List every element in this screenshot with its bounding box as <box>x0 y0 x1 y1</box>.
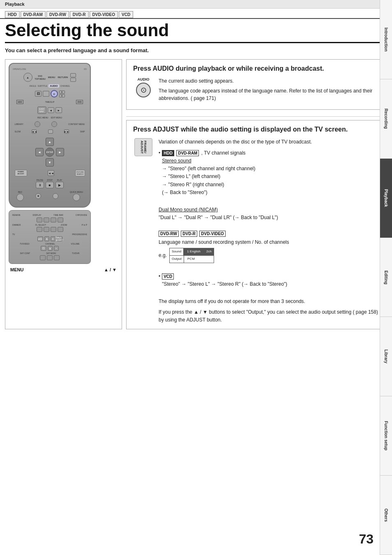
tab-vcd[interactable]: VCD <box>119 11 133 18</box>
audio-button-icon: ⊙ <box>136 83 151 97</box>
adjust-section: Press ADJUST while the audio setting is … <box>126 120 387 329</box>
tab-dvd-rw[interactable]: DVD-RW <box>46 11 69 18</box>
bullet-dot: • <box>159 149 160 157</box>
main-content: OPEN/CLOSE I/O ▲ DVD TOP MENU MENU RETUR… <box>5 59 387 329</box>
remote-section: OPEN/CLOSE I/O ▲ DVD TOP MENU MENU RETUR… <box>5 59 122 329</box>
adjust-title: Press ADJUST while the audio setting is … <box>133 125 380 134</box>
dpad-left[interactable]: ◄ <box>35 148 44 156</box>
tab-dvd-video[interactable]: DVD-VIDEO <box>90 11 118 18</box>
tag-dvd-video: DVD-VIDEO <box>199 231 226 237</box>
adjust-icon-box: FRAME/ADJUST <box>133 138 154 156</box>
remote-control: OPEN/CLOSE I/O ▲ DVD TOP MENU MENU RETUR… <box>9 63 91 208</box>
page-title: Selecting the sound <box>5 21 387 40</box>
nav-label: ▲ / ▼ <box>104 267 117 272</box>
audio-instruction-content: AUDIO ⊙ The current audio setting appear… <box>133 77 380 104</box>
audio-instruction-text: The current audio setting appears. The l… <box>159 77 380 104</box>
audio-icon-symbol: ⊙ <box>141 86 147 95</box>
tag-vcd: VCD <box>162 273 174 280</box>
tag-dvd-ram: DVD-RAM <box>176 150 199 156</box>
sound-label: Sound <box>170 248 184 255</box>
top-bar-label: Playback <box>5 2 25 7</box>
vcd-content: VCD "Stereo" → "Stereo L" → "Stereo R" (… <box>162 273 287 288</box>
ch2-label: 2ch <box>204 248 214 255</box>
dpad[interactable]: ▲ ▼ ◄ ► ENTER <box>35 138 64 166</box>
dual-mono-text: "Dual L" → "Dual R" → "Dual LR" (→ Back … <box>159 214 380 222</box>
english-label: 1 English <box>184 248 204 255</box>
arrow4: (→ Back to "Stereo") <box>162 190 208 195</box>
adjust-icon: FRAME/ADJUST <box>134 138 152 156</box>
sound-display: Sound 1 English 2ch Output PCM <box>169 248 214 263</box>
page-number: 73 <box>359 532 374 547</box>
tag-dvd-r: DVD-R <box>181 231 197 237</box>
sidebar-tab-library[interactable]: Library <box>380 317 392 396</box>
audio-para1: The current audio setting appears. <box>159 77 380 85</box>
right-section: Press AUDIO during playback or while rec… <box>126 59 387 329</box>
audio-instruction-title: Press AUDIO during playback or while rec… <box>133 65 380 73</box>
subtitle: You can select a preferred language and … <box>0 43 392 56</box>
sound-display-top: Sound 1 English 2ch <box>170 248 214 256</box>
hdd-dvdram-bullet: • HDD DVD-RAM , TV channel signals Stere… <box>159 149 380 197</box>
dual-mono-label: Dual Mono sound (NICAM) <box>159 206 380 214</box>
dpad-up[interactable]: ▲ <box>46 138 54 146</box>
footer1: The display turns off if you do not oper… <box>159 298 380 305</box>
dpad-enter[interactable]: ENTER <box>45 148 54 157</box>
format-tabs: HDD DVD-RAM DVD-RW DVD-R DVD-VIDEO VCD <box>0 9 392 19</box>
menu-label: MENU <box>10 267 23 272</box>
sidebar-tab-others[interactable]: Others <box>380 476 392 555</box>
dpad-down[interactable]: ▼ <box>46 158 54 166</box>
vcd-bullet: • VCD "Stereo" → "Stereo L" → "Stereo R"… <box>159 273 380 288</box>
eg-row: e.g. Sound 1 English 2ch Output PCM <box>159 248 380 263</box>
dual-mono-section: Dual Mono sound (NICAM) "Dual L" → "Dual… <box>159 206 380 222</box>
tab-dvd-r[interactable]: DVD-R <box>70 11 89 18</box>
eg-label: e.g. <box>159 252 167 259</box>
sidebar-tab-function-setup[interactable]: Function setup <box>380 396 392 476</box>
audio-label: AUDIO <box>138 77 150 81</box>
output-label: Output <box>170 256 184 263</box>
arrow1: → "Stereo" (left channel and right chann… <box>162 166 255 171</box>
sidebar-tab-playback[interactable]: Playback <box>380 159 392 238</box>
vcd-arrow: "Stereo" → "Stereo L" → "Stereo R" (→ Ba… <box>162 281 287 287</box>
vcd-bullet-dot: • <box>159 273 160 280</box>
tab-hdd[interactable]: HDD <box>5 11 20 18</box>
pcm-label: PCM <box>184 256 198 263</box>
sidebar-tab-editing[interactable]: Editing <box>380 238 392 317</box>
tag-hdd: HDD <box>162 150 174 156</box>
section-divider <box>126 116 387 117</box>
audio-icon-area: AUDIO ⊙ <box>133 77 154 97</box>
right-sidebar: Introduction Recording Playback Editing … <box>380 0 392 555</box>
adjust-text-body: Variation of channels depends on the dis… <box>159 138 380 324</box>
audio-instruction-box: Press AUDIO during playback or while rec… <box>126 59 387 110</box>
dpad-right[interactable]: ► <box>56 148 64 156</box>
sidebar-tab-recording[interactable]: Recording <box>380 79 392 159</box>
remote-labels: MENU ▲ / ▼ <box>9 267 118 272</box>
remote-bottom: REMAIN DISPLAY TIME BAR CHP.DIVIDE DIMME… <box>9 210 91 264</box>
dvd-group-section: DVD-RW DVD-R DVD-VIDEO Language name / s… <box>159 230 380 263</box>
stereo-sound-label: Stereo sound <box>162 158 191 164</box>
dvd-group-text: Language name / sound recording system /… <box>159 238 380 246</box>
hdd-dvdram-content: HDD DVD-RAM , TV channel signals Stereo … <box>162 149 255 197</box>
sound-display-bottom: Output PCM <box>170 256 214 263</box>
audio-para2: The language code appears instead of the… <box>159 87 380 102</box>
arrow2: → "Stereo L" (left channel) <box>162 173 220 179</box>
footer2: If you press the ▲ / ▼ buttons to select… <box>159 308 380 324</box>
tv-channel-label: , TV channel signals <box>201 150 246 156</box>
top-bar: Playback <box>0 0 392 9</box>
adjust-intro: Variation of channels depends on the dis… <box>159 138 380 146</box>
arrow3: → "Stereo R" (right channel) <box>162 182 224 187</box>
sidebar-tab-introduction[interactable]: Introduction <box>380 0 392 79</box>
tab-dvd-ram[interactable]: DVD-RAM <box>21 11 46 18</box>
tag-dvd-rw: DVD-RW <box>159 231 179 237</box>
adjust-content: FRAME/ADJUST Variation of channels depen… <box>133 138 380 324</box>
